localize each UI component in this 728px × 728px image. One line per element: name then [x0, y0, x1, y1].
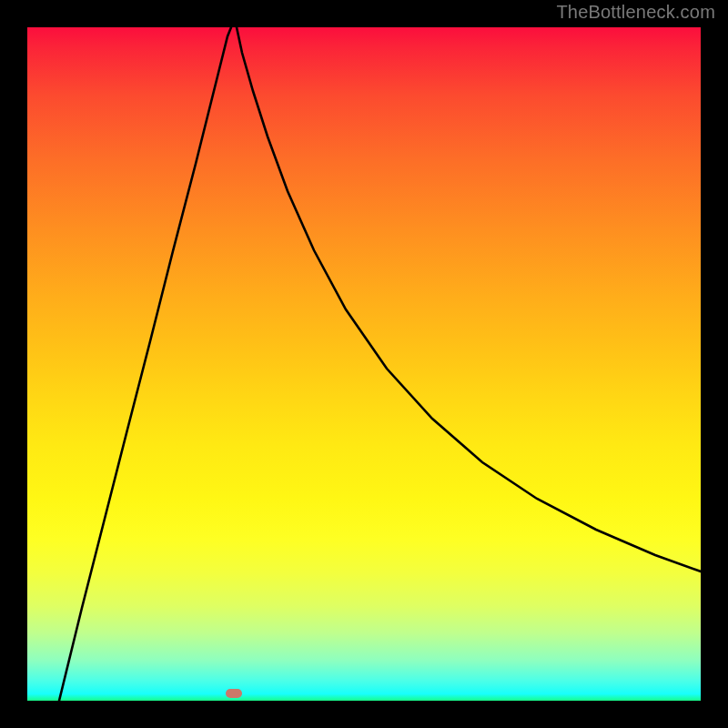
chart-frame: TheBottleneck.com	[0, 0, 728, 728]
watermark-text: TheBottleneck.com	[556, 2, 715, 23]
curve-right-branch	[237, 27, 701, 571]
minimum-marker	[226, 689, 242, 698]
curve-left-branch	[59, 27, 231, 701]
curve-layer	[27, 27, 701, 701]
plot-area	[27, 27, 701, 701]
